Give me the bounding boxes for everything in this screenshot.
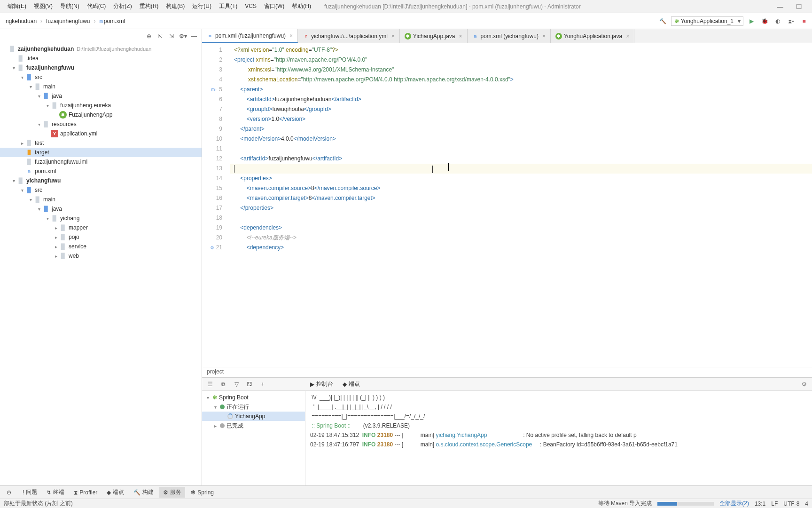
menu-item[interactable]: 帮助(H) bbox=[288, 1, 315, 11]
menu-item[interactable]: 工具(T) bbox=[215, 1, 241, 11]
tree-twisty-icon[interactable]: ▾ bbox=[36, 94, 42, 99]
tree-item[interactable]: ▾ src bbox=[0, 72, 202, 82]
breadcrumb-item[interactable]: ngkehuduan bbox=[3, 17, 39, 25]
menu-item[interactable]: 构建(B) bbox=[162, 1, 188, 11]
run-config-select[interactable]: ❃ YonghuApplication_1 bbox=[671, 16, 743, 26]
tool-window-button[interactable]: ⊙ bbox=[3, 488, 17, 497]
services-tree-item[interactable]: ▾❃ Spring Boot bbox=[202, 393, 305, 402]
tree-twisty-icon[interactable]: ▾ bbox=[10, 178, 17, 183]
add-icon[interactable]: ＋ bbox=[258, 380, 267, 389]
tree-twisty-icon[interactable]: ▾ bbox=[19, 188, 25, 193]
menu-item[interactable]: VCS bbox=[241, 1, 260, 11]
menu-item[interactable]: 代码(C) bbox=[83, 1, 110, 11]
tree-item[interactable]: ▾ resources bbox=[0, 119, 202, 129]
tree-twisty-icon[interactable]: ▾ bbox=[44, 103, 51, 108]
line-separator[interactable]: LF bbox=[771, 500, 778, 507]
stop-button[interactable]: ■ bbox=[799, 16, 809, 26]
tree-twisty-icon[interactable]: ▸ bbox=[53, 244, 59, 249]
tree-twisty-icon[interactable]: ▸ bbox=[19, 141, 25, 146]
tool-window-button[interactable]: ⚙服务 bbox=[159, 487, 185, 498]
tree-twisty-icon[interactable]: ▾ bbox=[44, 216, 51, 221]
tree-item[interactable]: ▸ web bbox=[0, 251, 202, 261]
editor-tab[interactable]: ❃ YichangApp.java × bbox=[400, 29, 468, 43]
progress-bar[interactable] bbox=[657, 502, 714, 506]
menu-item[interactable]: 编辑(E) bbox=[4, 1, 30, 11]
debug-button[interactable]: 🐞 bbox=[759, 16, 770, 26]
tool-window-button[interactable]: ↯终端 bbox=[43, 487, 68, 498]
services-tree-item[interactable]: ▾ 正在运行 bbox=[202, 402, 305, 412]
settings-icon[interactable]: ⚙▾ bbox=[178, 32, 187, 41]
tree-item[interactable]: fuzaijunhengfuwu.iml bbox=[0, 157, 202, 167]
close-icon[interactable]: × bbox=[542, 33, 546, 40]
maximize-button[interactable]: ☐ bbox=[789, 3, 808, 10]
tree-twisty-icon[interactable]: ▸ bbox=[53, 225, 59, 230]
tree-twisty-icon[interactable]: ▾ bbox=[205, 395, 211, 400]
collapse-all-icon[interactable]: ⇲ bbox=[167, 32, 176, 41]
editor-tab[interactable]: Y yichangfuwu\...\application.yml × bbox=[298, 29, 400, 43]
editor-tab[interactable]: ❃ YonghuApplication.java × bbox=[551, 29, 634, 43]
tree-twisty-icon[interactable]: ▸ bbox=[53, 235, 59, 240]
save-config-icon[interactable]: 🖫 bbox=[245, 380, 254, 389]
editor-gutter[interactable]: 1234m↑567891011121314151617181920⚙21 bbox=[202, 43, 230, 367]
group-icon[interactable]: ⧉ bbox=[219, 380, 227, 389]
tree-twisty-icon[interactable]: ▾ bbox=[27, 84, 34, 89]
close-icon[interactable]: × bbox=[289, 32, 293, 39]
tree-item[interactable]: ▾ fuzaijunhengfuwu bbox=[0, 63, 202, 72]
console-output[interactable]: \\/ ___)| |_)| | | | | || (_| | ) ) ) ) … bbox=[305, 391, 812, 485]
tree-item[interactable]: .idea bbox=[0, 54, 202, 63]
funnel-icon[interactable]: ▽ bbox=[232, 380, 241, 389]
run-button[interactable]: ▶ bbox=[746, 16, 757, 26]
tool-window-button[interactable]: ⧗Profiler bbox=[70, 488, 101, 497]
tree-twisty-icon[interactable]: ▾ bbox=[19, 75, 25, 80]
menu-item[interactable]: 重构(R) bbox=[136, 1, 163, 11]
tree-twisty-icon[interactable]: ▾ bbox=[10, 65, 17, 71]
menu-item[interactable]: 窗口(W) bbox=[260, 1, 288, 11]
tree-item[interactable]: ▸ test bbox=[0, 138, 202, 148]
tree-item[interactable]: ▸ mapper bbox=[0, 223, 202, 232]
tree-twisty-icon[interactable]: ▾ bbox=[27, 197, 34, 202]
coverage-button[interactable]: ◐ bbox=[773, 16, 783, 26]
indent-info[interactable]: 4 bbox=[805, 500, 808, 507]
menu-item[interactable]: 分析(Z) bbox=[109, 1, 135, 11]
tree-item[interactable]: zaijunhengkehuduan D:\IntelliJ\fuzaijunh… bbox=[0, 44, 202, 54]
gear-icon[interactable]: ⚙ bbox=[800, 380, 808, 389]
expand-all-icon[interactable]: ⇱ bbox=[156, 32, 165, 41]
menu-item[interactable]: 运行(U) bbox=[188, 1, 215, 11]
tree-item[interactable]: ❃ FuzaijunhengApp bbox=[0, 110, 202, 119]
services-tree[interactable]: ▾❃ Spring Boot ▾ 正在运行 YichangApp ▸ 已完成 bbox=[202, 391, 305, 485]
tool-window-button[interactable]: !问题 bbox=[19, 487, 41, 498]
tool-window-button[interactable]: 🔨构建 bbox=[130, 487, 157, 498]
services-tree-item[interactable]: ▸ 已完成 bbox=[202, 421, 305, 430]
tree-item[interactable]: ▸ service bbox=[0, 242, 202, 251]
tool-window-button[interactable]: ❃Spring bbox=[187, 488, 218, 497]
services-tab[interactable]: ▶控制台 bbox=[305, 378, 338, 390]
tree-twisty-icon[interactable]: ▾ bbox=[36, 206, 42, 212]
menu-item[interactable]: 导航(N) bbox=[56, 1, 83, 11]
show-all-link[interactable]: 全部显示(2) bbox=[719, 500, 749, 508]
close-icon[interactable]: × bbox=[391, 33, 395, 40]
select-opened-file-icon[interactable]: ⊕ bbox=[144, 32, 154, 41]
tree-item[interactable]: ▾ src bbox=[0, 185, 202, 195]
tree-twisty-icon[interactable]: ▾ bbox=[36, 122, 42, 127]
tree-item[interactable]: ▾ main bbox=[0, 82, 202, 91]
build-icon[interactable]: 🔨 bbox=[658, 16, 668, 26]
project-tree[interactable]: zaijunhengkehuduan D:\IntelliJ\fuzaijunh… bbox=[0, 43, 202, 485]
tool-window-button[interactable]: ◆端点 bbox=[103, 487, 128, 498]
services-tab[interactable]: ◆端点 bbox=[338, 378, 365, 390]
editor-tab[interactable]: m pom.xml (yichangfuwu) × bbox=[468, 29, 551, 43]
caret-position[interactable]: 13:1 bbox=[755, 500, 765, 507]
file-encoding[interactable]: UTF-8 bbox=[783, 500, 799, 507]
services-tree-item[interactable]: YichangApp bbox=[202, 412, 305, 421]
editor-breadcrumb[interactable]: project bbox=[202, 367, 812, 377]
tree-item[interactable]: ▉ target bbox=[0, 148, 202, 157]
close-icon[interactable]: × bbox=[626, 33, 629, 40]
tree-item[interactable]: Y application.yml bbox=[0, 129, 202, 138]
minimize-button[interactable]: — bbox=[771, 3, 789, 10]
tree-twisty-icon[interactable]: ▸ bbox=[53, 254, 59, 259]
tree-item[interactable]: m pom.xml bbox=[0, 167, 202, 176]
editor-tab[interactable]: m pom.xml (fuzaijunhengfuwu) × bbox=[202, 29, 298, 43]
profile-button[interactable]: ⧗▾ bbox=[786, 16, 796, 26]
background-task-label[interactable]: 等待 Maven 导入完成 bbox=[598, 500, 652, 508]
breadcrumb-item[interactable]: fuzaijunhengfuwu bbox=[43, 17, 93, 25]
tree-item[interactable]: ▾ main bbox=[0, 195, 202, 204]
